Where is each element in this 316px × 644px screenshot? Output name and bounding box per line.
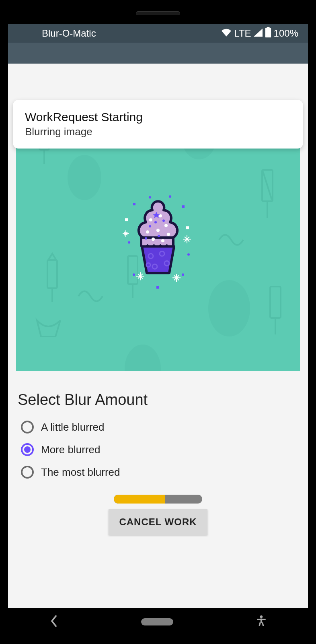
section-heading: Select Blur Amount bbox=[18, 391, 298, 409]
network-label: LTE bbox=[234, 28, 251, 39]
radio-option-more[interactable]: More blurred bbox=[18, 438, 298, 461]
accessibility-icon[interactable] bbox=[256, 615, 267, 629]
blur-amount-section: Select Blur Amount A little blurred More… bbox=[8, 371, 308, 535]
svg-point-21 bbox=[128, 241, 130, 244]
svg-point-22 bbox=[187, 253, 190, 256]
svg-rect-48 bbox=[257, 619, 265, 620]
device-frame: Blur-O-Matic LTE 100% WorkRequest Starti… bbox=[0, 0, 316, 644]
svg-point-34 bbox=[152, 237, 155, 241]
svg-rect-14 bbox=[270, 287, 281, 318]
radio-label: The most blurred bbox=[41, 466, 120, 479]
radio-option-most[interactable]: The most blurred bbox=[18, 461, 298, 483]
radio-label: More blurred bbox=[41, 444, 100, 456]
svg-point-36 bbox=[154, 221, 157, 223]
svg-rect-20 bbox=[182, 205, 185, 208]
cupcake-icon bbox=[122, 194, 194, 279]
back-icon[interactable] bbox=[49, 615, 58, 629]
svg-point-16 bbox=[125, 345, 161, 371]
svg-rect-49 bbox=[259, 622, 261, 626]
svg-point-40 bbox=[145, 237, 147, 239]
progress-bar bbox=[114, 495, 202, 504]
svg-point-38 bbox=[149, 225, 151, 227]
status-bar: Blur-O-Matic LTE 100% bbox=[8, 24, 308, 43]
svg-point-32 bbox=[156, 229, 160, 232]
signal-icon bbox=[254, 28, 263, 39]
svg-rect-18 bbox=[186, 226, 189, 229]
radio-icon bbox=[21, 443, 34, 456]
svg-point-30 bbox=[164, 224, 168, 227]
svg-line-12 bbox=[263, 171, 272, 200]
notification-title: WorkRequest Starting bbox=[25, 110, 291, 124]
svg-point-46 bbox=[260, 615, 263, 618]
device-speaker bbox=[136, 11, 180, 15]
radio-icon bbox=[21, 421, 34, 433]
radio-label: A little blurred bbox=[41, 421, 105, 433]
svg-rect-17 bbox=[125, 218, 128, 221]
svg-point-23 bbox=[149, 196, 151, 198]
svg-point-39 bbox=[158, 235, 160, 237]
wifi-icon bbox=[221, 28, 232, 39]
svg-point-35 bbox=[161, 239, 164, 242]
cancel-work-button[interactable]: CANCEL WORK bbox=[109, 509, 207, 535]
home-pill[interactable] bbox=[141, 618, 173, 625]
svg-point-37 bbox=[162, 219, 165, 222]
svg-point-31 bbox=[146, 230, 149, 233]
radio-icon bbox=[21, 466, 34, 479]
svg-point-24 bbox=[169, 195, 171, 198]
battery-label: 100% bbox=[274, 28, 298, 39]
app-title: Blur-O-Matic bbox=[42, 28, 96, 39]
battery-icon bbox=[265, 27, 271, 40]
svg-point-26 bbox=[182, 273, 184, 276]
status-right: LTE 100% bbox=[221, 27, 298, 40]
svg-point-33 bbox=[167, 233, 170, 236]
svg-rect-50 bbox=[262, 622, 264, 626]
app-bar bbox=[8, 43, 308, 64]
svg-point-9 bbox=[68, 155, 101, 200]
preview-image bbox=[16, 115, 300, 371]
svg-point-25 bbox=[133, 273, 135, 276]
svg-point-28 bbox=[149, 218, 152, 221]
svg-rect-0 bbox=[265, 28, 271, 37]
progress-fill bbox=[114, 495, 165, 504]
svg-rect-5 bbox=[47, 260, 57, 288]
notification-card[interactable]: WorkRequest Starting Blurring image bbox=[13, 100, 303, 149]
system-nav-bar bbox=[8, 608, 308, 636]
svg-rect-1 bbox=[267, 27, 269, 29]
radio-option-little[interactable]: A little blurred bbox=[18, 416, 298, 438]
notification-body: Blurring image bbox=[25, 126, 291, 138]
svg-point-10 bbox=[208, 280, 250, 336]
svg-rect-27 bbox=[156, 286, 159, 289]
content-area: WorkRequest Starting Blurring image bbox=[8, 115, 308, 644]
svg-rect-19 bbox=[133, 203, 135, 205]
